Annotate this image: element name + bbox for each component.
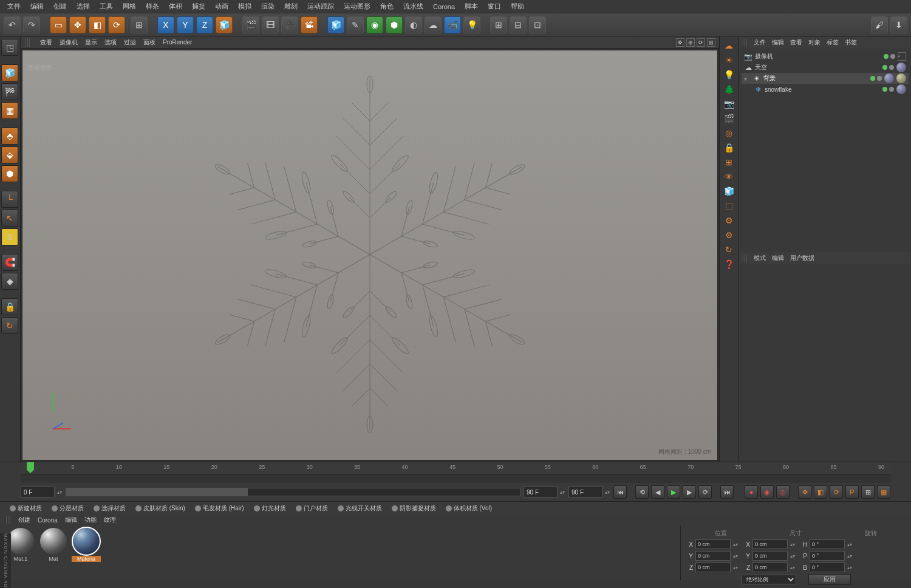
- om-menu-edit[interactable]: 编辑: [772, 38, 784, 47]
- om-menu-view[interactable]: 查看: [790, 38, 802, 47]
- lock-icon[interactable]: 🔒: [721, 141, 737, 154]
- target-icon[interactable]: ◎: [721, 126, 737, 140]
- coord-b-rot[interactable]: [810, 562, 845, 572]
- edge-mode-button[interactable]: ⬙: [1, 146, 18, 163]
- menu-render[interactable]: 渲染: [258, 1, 278, 12]
- coord-x-pos[interactable]: [695, 539, 731, 549]
- refresh-icon[interactable]: ↻: [721, 243, 737, 256]
- mat-layer[interactable]: 分层材质: [48, 504, 87, 513]
- mat-rayswitch[interactable]: 光线开关材质: [334, 504, 386, 513]
- mat-select[interactable]: 选择材质: [90, 504, 129, 513]
- move-tool[interactable]: ✥: [69, 16, 86, 33]
- mat-menu-texture[interactable]: 纹理: [104, 516, 116, 524]
- make-editable-button[interactable]: ◳: [1, 39, 18, 56]
- om-menu-tags[interactable]: 标签: [827, 38, 839, 47]
- viewport-solo-button[interactable]: S: [1, 228, 18, 245]
- coord-mode-select[interactable]: 绝对比例: [742, 575, 796, 584]
- perspective-viewport[interactable]: 透视视图: [22, 50, 718, 460]
- coord-h-rot[interactable]: [810, 539, 845, 549]
- eye-icon[interactable]: 👁: [721, 170, 737, 183]
- scale-tool[interactable]: ◧: [89, 16, 106, 33]
- z-axis-button[interactable]: Z: [196, 16, 213, 33]
- keyframe-selection-button[interactable]: ◎: [776, 485, 790, 499]
- key-param-button[interactable]: P: [845, 485, 859, 499]
- key-pos-button[interactable]: ✥: [798, 485, 811, 499]
- render-queue-button[interactable]: 📽: [301, 16, 318, 33]
- download-button[interactable]: ⬇: [890, 16, 907, 33]
- vp-menu-camera[interactable]: 摄像机: [60, 38, 78, 47]
- material-materia[interactable]: Materia: [72, 528, 101, 562]
- point-mode-button[interactable]: ⬘: [1, 128, 18, 145]
- menu-mograph[interactable]: 运动图形: [340, 1, 374, 12]
- sky-material-tag[interactable]: [896, 63, 906, 72]
- key-all-button[interactable]: ▦: [877, 485, 890, 499]
- om-menu-bookmarks[interactable]: 书签: [845, 38, 857, 47]
- mat-menu-corona[interactable]: Corona: [38, 517, 58, 524]
- layout2-button[interactable]: ⊟: [510, 16, 527, 33]
- light-icon[interactable]: 💡: [721, 68, 737, 81]
- menu-help[interactable]: 帮助: [507, 1, 528, 12]
- cube-primitive[interactable]: 🧊: [327, 16, 344, 33]
- x-axis-button[interactable]: X: [157, 16, 174, 33]
- vp-menu-options[interactable]: 选项: [104, 38, 117, 47]
- vp-nav-zoom-icon[interactable]: ⊕: [686, 38, 695, 47]
- menu-animate[interactable]: 动画: [211, 1, 232, 12]
- vp-menu-display[interactable]: 显示: [85, 38, 97, 47]
- render-region-button[interactable]: 🎞: [262, 16, 279, 33]
- menu-pipeline[interactable]: 流水线: [400, 1, 427, 12]
- menu-tracker[interactable]: 运动跟踪: [304, 1, 338, 12]
- menu-sculpt[interactable]: 雕刻: [281, 1, 301, 12]
- vp-nav-rotate-icon[interactable]: ⟳: [697, 38, 705, 47]
- vp-menu-view[interactable]: 查看: [40, 38, 52, 47]
- obj-camera[interactable]: 📷 摄像机 ▫: [742, 51, 909, 62]
- viewport-grip[interactable]: [26, 38, 30, 47]
- attr-menu-mode[interactable]: 模式: [754, 254, 766, 262]
- menu-tools[interactable]: 工具: [96, 1, 117, 12]
- goto-end-button[interactable]: ⏭: [720, 485, 734, 499]
- menu-character[interactable]: 角色: [377, 1, 397, 12]
- start-frame-field[interactable]: [21, 487, 55, 497]
- play-button[interactable]: ▶: [667, 485, 680, 499]
- attr-menu-edit[interactable]: 编辑: [772, 254, 784, 262]
- layout1-button[interactable]: ⊞: [490, 16, 507, 33]
- help-icon[interactable]: ❓: [721, 258, 737, 271]
- material-panel[interactable]: Mat.1 Mat Materia: [0, 525, 680, 569]
- gear-icon[interactable]: ⚙: [721, 214, 737, 227]
- environment-button[interactable]: ☁: [425, 16, 442, 33]
- goto-start-button[interactable]: ⏮: [613, 485, 627, 499]
- obj-snowflake[interactable]: ❄ snowflake: [742, 84, 909, 95]
- coord-system-button[interactable]: 🧊: [216, 16, 233, 33]
- material-mat[interactable]: Mat: [39, 528, 68, 562]
- camera-icon[interactable]: 📷: [721, 97, 737, 111]
- coord-y-size[interactable]: [752, 551, 788, 561]
- light-button[interactable]: 💡: [463, 16, 480, 33]
- menu-mesh[interactable]: 网格: [119, 1, 140, 12]
- coord-y-pos[interactable]: [695, 551, 731, 561]
- menu-edit[interactable]: 编辑: [27, 1, 47, 12]
- menu-volume[interactable]: 体积: [165, 1, 186, 12]
- autokey-button[interactable]: ◉: [760, 485, 774, 499]
- render-settings-button[interactable]: 🎥: [281, 16, 298, 33]
- camera-view-toggle[interactable]: ▫: [898, 52, 906, 61]
- axis-button[interactable]: └: [1, 191, 18, 208]
- gear2-icon[interactable]: ⚙: [721, 228, 737, 242]
- clapper-icon[interactable]: 🎬: [721, 112, 737, 125]
- menu-window[interactable]: 窗口: [484, 1, 505, 12]
- next-key-button[interactable]: ⟳: [698, 485, 712, 499]
- obj-sky[interactable]: ☁ 天空: [742, 62, 909, 73]
- coord-apply-button[interactable]: 应用: [808, 574, 851, 585]
- rotate-tool[interactable]: ⟳: [108, 16, 125, 33]
- wire-icon[interactable]: ⬚: [721, 199, 737, 213]
- bg-material-tag[interactable]: [884, 74, 894, 83]
- deformer-button[interactable]: ◐: [405, 16, 422, 33]
- last-tool[interactable]: ⊞: [131, 16, 148, 33]
- menu-spline[interactable]: 样条: [142, 1, 163, 12]
- menu-simulate[interactable]: 模拟: [234, 1, 255, 12]
- layer-icon[interactable]: ☁: [721, 39, 737, 52]
- menu-corona[interactable]: Corona: [429, 2, 459, 12]
- snap-button[interactable]: 🧲: [1, 254, 18, 271]
- redo-button[interactable]: ↷: [23, 16, 40, 33]
- vp-menu-filter[interactable]: 过滤: [124, 38, 136, 47]
- range-end-field[interactable]: [524, 487, 558, 497]
- mat-hair[interactable]: 毛发材质 (Hair): [191, 504, 248, 513]
